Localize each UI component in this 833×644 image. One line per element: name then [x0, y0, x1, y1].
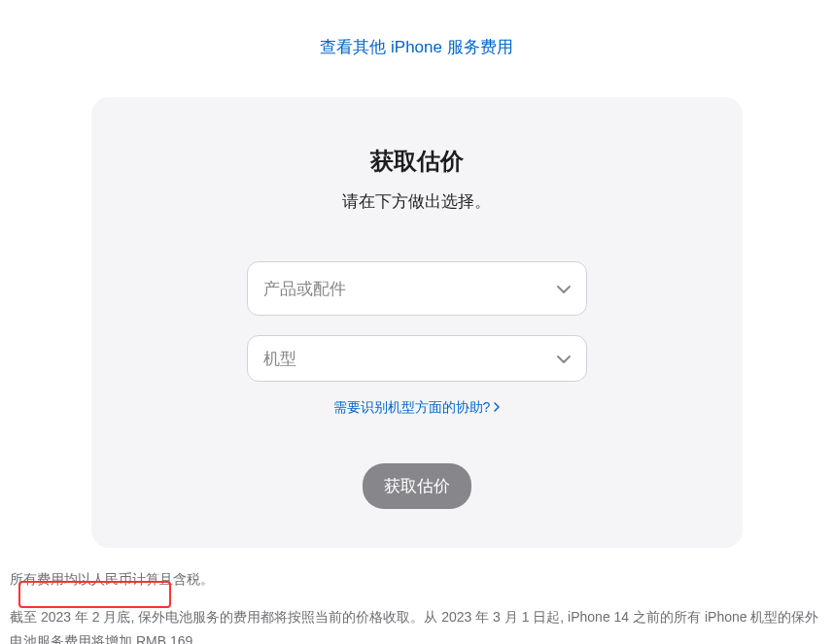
- top-link-container: 查看其他 iPhone 服务费用: [0, 0, 833, 83]
- other-services-link[interactable]: 查看其他 iPhone 服务费用: [320, 38, 512, 56]
- footer-text: 所有费用均以人民币计算且含税。 截至 2023 年 2 月底, 保外电池服务的费…: [10, 567, 823, 644]
- model-select-wrapper: 机型: [247, 335, 587, 382]
- identify-model-help-link[interactable]: 需要识别机型方面的协助?: [333, 399, 501, 417]
- card-title: 获取估价: [130, 146, 704, 177]
- footer-line-2: 截至 2023 年 2 月底, 保外电池服务的费用都将按照当前的价格收取。从 2…: [10, 605, 823, 644]
- card-subtitle: 请在下方做出选择。: [130, 190, 704, 213]
- model-select-placeholder: 机型: [263, 348, 296, 370]
- product-select-placeholder: 产品或配件: [263, 278, 346, 300]
- footer-line-1: 所有费用均以人民币计算且含税。: [10, 567, 823, 592]
- chevron-right-icon: [494, 402, 500, 414]
- estimate-card: 获取估价 请在下方做出选择。 产品或配件 机型 需要识别机型方面的协助?: [91, 97, 743, 548]
- help-link-text: 需要识别机型方面的协助?: [333, 399, 491, 417]
- chevron-down-icon: [557, 279, 571, 298]
- chevron-down-icon: [557, 349, 571, 368]
- model-select[interactable]: 机型: [247, 335, 587, 382]
- get-estimate-button[interactable]: 获取估价: [363, 463, 471, 509]
- product-select[interactable]: 产品或配件: [247, 261, 587, 316]
- product-select-wrapper: 产品或配件: [247, 261, 587, 316]
